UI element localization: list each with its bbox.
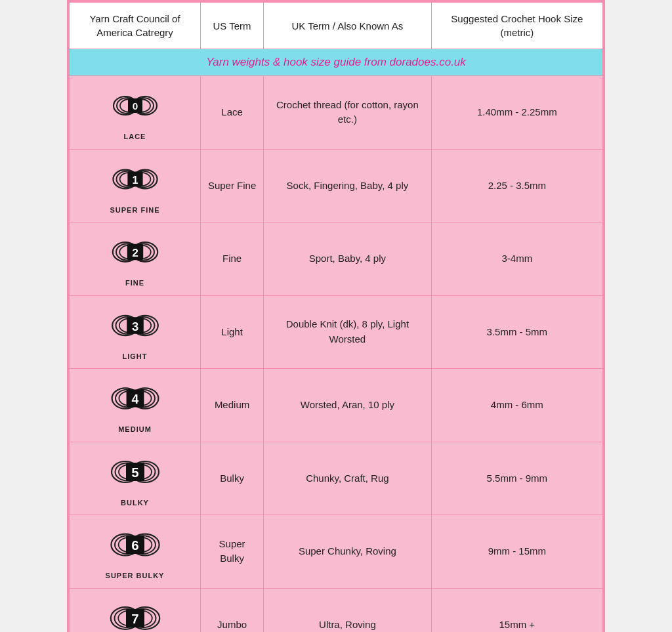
yarn-guide-table: Yarn Craft Council of America Catregry U… xyxy=(67,0,605,632)
svg-text:7: 7 xyxy=(131,612,138,626)
us-term-cell: Super Bulky xyxy=(201,515,264,589)
hook-size-cell: 3-4mm xyxy=(431,222,602,296)
table-row: 4 MEDIUM MediumWorsted, Aran, 10 ply4mm … xyxy=(70,369,603,442)
banner-text: Yarn weights & hook size guide from dora… xyxy=(70,49,603,76)
table-row: 1 SUPER FINE Super FineSock, Fingering, … xyxy=(70,149,603,222)
uk-term-cell: Sport, Baby, 4 ply xyxy=(264,222,432,296)
category-cell: 4 MEDIUM xyxy=(70,369,201,442)
yarn-weight-label: SUPER FINE xyxy=(110,205,159,216)
us-term-cell: Medium xyxy=(201,369,264,442)
us-term-cell: Lace xyxy=(201,76,264,150)
header-row: Yarn Craft Council of America Catregry U… xyxy=(70,3,603,49)
us-term-cell: Super Fine xyxy=(201,149,264,222)
category-cell: 5 BULKY xyxy=(70,442,201,515)
yarn-weight-label: LACE xyxy=(124,131,146,142)
hook-size-cell: 9mm - 15mm xyxy=(431,515,602,589)
us-term-cell: Light xyxy=(201,295,264,369)
yarn-icon: 7 JUMBO xyxy=(75,595,195,633)
hook-size-cell: 2.25 - 3.5mm xyxy=(431,149,602,222)
table-row: 6 SUPER BULKY Super BulkySuper Chunky, R… xyxy=(70,515,603,589)
uk-term-cell: Worsted, Aran, 10 ply xyxy=(264,369,432,442)
hook-size-cell: 4mm - 6mm xyxy=(431,369,602,442)
table-row: 5 BULKY BulkyChunky, Craft, Rug5.5mm - 9… xyxy=(70,442,603,515)
us-term-cell: Jumbo xyxy=(201,588,264,632)
yarn-icon: 0 LACE xyxy=(75,83,195,142)
us-term-cell: Bulky xyxy=(201,442,264,515)
us-term-cell: Fine xyxy=(201,222,264,296)
yarn-weight-label: MEDIUM xyxy=(118,424,152,435)
category-cell: 6 SUPER BULKY xyxy=(70,515,201,589)
table-row: 2 FINE FineSport, Baby, 4 ply3-4mm xyxy=(70,222,603,296)
yarn-icon: 4 MEDIUM xyxy=(75,375,195,435)
hook-size-cell: 3.5mm - 5mm xyxy=(431,295,602,369)
yarn-icon: 5 BULKY xyxy=(75,449,195,509)
uk-term-cell: Sock, Fingering, Baby, 4 ply xyxy=(264,149,432,222)
uk-term-cell: Ultra, Roving xyxy=(264,588,432,632)
svg-text:5: 5 xyxy=(131,465,138,480)
yarn-icon: 3 LIGHT xyxy=(75,303,195,362)
svg-text:1: 1 xyxy=(132,173,138,185)
svg-text:3: 3 xyxy=(131,319,138,333)
table-row: 0 LACE LaceCrochet thread (for cotton, r… xyxy=(70,76,603,150)
yarn-weight-label: BULKY xyxy=(121,497,149,509)
yarn-icon: 2 FINE xyxy=(75,229,195,289)
svg-text:4: 4 xyxy=(131,392,138,406)
yarn-icon: 6 SUPER BULKY xyxy=(75,522,195,581)
yarn-weight-label: FINE xyxy=(125,278,144,289)
hook-size-cell: 1.40mm - 2.25mm xyxy=(431,76,602,150)
category-cell: 0 LACE xyxy=(70,76,201,150)
svg-text:0: 0 xyxy=(132,100,138,112)
category-cell: 1 SUPER FINE xyxy=(70,149,201,222)
svg-text:6: 6 xyxy=(131,538,138,553)
table-row: 7 JUMBO JumboUltra, Roving15mm + xyxy=(70,588,603,632)
uk-term-cell: Double Knit (dk), 8 ply, Light Worsted xyxy=(264,295,432,369)
uk-term-cell: Super Chunky, Roving xyxy=(264,515,432,589)
uk-term-cell: Chunky, Craft, Rug xyxy=(264,442,432,515)
category-cell: 3 LIGHT xyxy=(70,295,201,369)
yarn-weight-label: SUPER BULKY xyxy=(106,570,165,581)
hook-size-cell: 5.5mm - 9mm xyxy=(431,442,602,515)
header-hook-size: Suggested Crochet Hook Size (metric) xyxy=(431,3,602,49)
header-category: Yarn Craft Council of America Catregry xyxy=(70,3,201,49)
uk-term-cell: Crochet thread (for cotton, rayon etc.) xyxy=(264,76,432,150)
table-row: 3 LIGHT LightDouble Knit (dk), 8 ply, Li… xyxy=(70,295,603,369)
header-us-term: US Term xyxy=(201,3,264,49)
hook-size-cell: 15mm + xyxy=(431,588,602,632)
banner-row: Yarn weights & hook size guide from dora… xyxy=(70,49,603,76)
svg-text:2: 2 xyxy=(132,246,138,259)
yarn-icon: 1 SUPER FINE xyxy=(75,156,195,216)
category-cell: 2 FINE xyxy=(70,222,201,296)
category-cell: 7 JUMBO xyxy=(70,588,201,632)
header-uk-term: UK Term / Also Known As xyxy=(264,3,432,49)
yarn-weight-label: LIGHT xyxy=(123,351,148,362)
